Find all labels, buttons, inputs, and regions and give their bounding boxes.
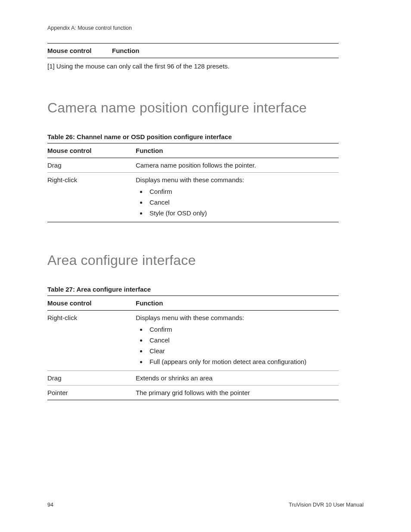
list-item: Cancel — [147, 197, 339, 208]
top-col-mouse-control: Mouse control — [47, 47, 112, 54]
top-col-function: Function — [112, 47, 139, 54]
cell-mouse-control: Right-click — [47, 173, 136, 222]
command-list: ConfirmCancelClearFull (appears only for… — [136, 324, 339, 367]
section-title-camera-name: Camera name position configure interface — [47, 100, 364, 116]
appendix-header: Appendix A: Mouse control function — [47, 25, 364, 31]
cell-function: Extends or shrinks an area — [136, 371, 339, 386]
list-item: Confirm — [147, 324, 339, 335]
table-27-header-mc: Mouse control — [47, 296, 136, 311]
table-27: Mouse control Function Right-clickDispla… — [47, 296, 339, 400]
table-row: PointerThe primary grid follows with the… — [47, 386, 339, 400]
function-text: Extends or shrinks an area — [136, 374, 212, 382]
page-footer: 94 TruVision DVR 10 User Manual — [47, 502, 364, 508]
command-list: ConfirmCancelStyle (for OSD only) — [136, 186, 339, 218]
page-number: 94 — [47, 502, 53, 508]
cell-mouse-control: Drag — [47, 158, 136, 173]
manual-title: TruVision DVR 10 User Manual — [289, 502, 364, 508]
cell-mouse-control: Drag — [47, 371, 136, 386]
table-27-caption: Table 27: Area configure interface — [47, 286, 364, 293]
cell-function: Displays menu with these commands:Confir… — [136, 311, 339, 371]
table-26-header-fn: Function — [136, 143, 339, 158]
list-item: Clear — [147, 345, 339, 356]
table-26-caption: Table 26: Channel name or OSD position c… — [47, 133, 364, 140]
function-text: Camera name position follows the pointer… — [136, 162, 256, 169]
table-26: Mouse control Function DragCamera name p… — [47, 143, 339, 222]
function-text: Displays menu with these commands: — [136, 314, 244, 321]
table-row: Right-clickDisplays menu with these comm… — [47, 173, 339, 222]
cell-function: Displays menu with these commands:Confir… — [136, 173, 339, 222]
table-27-header-fn: Function — [136, 296, 339, 311]
table-26-header-mc: Mouse control — [47, 143, 136, 158]
cell-mouse-control: Pointer — [47, 386, 136, 400]
list-item: Style (for OSD only) — [147, 208, 339, 218]
table-row: Right-clickDisplays menu with these comm… — [47, 311, 339, 371]
top-header-row: Mouse control Function — [47, 43, 339, 58]
preset-footnote: [1] Using the mouse can only call the fi… — [47, 62, 364, 70]
cell-function: Camera name position follows the pointer… — [136, 158, 339, 173]
cell-function: The primary grid follows with the pointe… — [136, 386, 339, 400]
list-item: Cancel — [147, 335, 339, 345]
cell-mouse-control: Right-click — [47, 311, 136, 371]
table-row: DragExtends or shrinks an area — [47, 371, 339, 386]
list-item: Full (appears only for motion detect are… — [147, 356, 339, 367]
table-row: DragCamera name position follows the poi… — [47, 158, 339, 173]
function-text: The primary grid follows with the pointe… — [136, 389, 250, 396]
function-text: Displays menu with these commands: — [136, 176, 244, 184]
list-item: Confirm — [147, 186, 339, 197]
section-title-area-configure: Area configure interface — [47, 252, 364, 268]
